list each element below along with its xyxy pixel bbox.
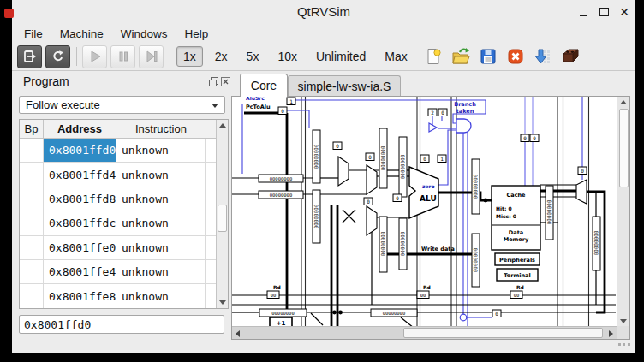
table-row[interactable]: 0x8001ffe0 unknown	[20, 236, 228, 260]
svg-text:00000000: 00000000	[546, 200, 552, 225]
reset-machine-button[interactable]	[45, 45, 70, 68]
scrollbar-corner	[617, 326, 629, 339]
titlebar[interactable]: QtRVSim ✕	[12, 0, 635, 24]
alu-label: ALU	[420, 194, 437, 203]
follow-mode-select[interactable]: Follow execute	[19, 96, 225, 114]
step-icon	[145, 50, 158, 63]
open-source-button[interactable]	[449, 45, 474, 68]
cache-miss: Miss: 0	[496, 213, 516, 219]
scrollbar-thumb[interactable]	[403, 328, 603, 338]
col-bp[interactable]: Bp	[20, 120, 44, 138]
reload-icon	[22, 49, 38, 64]
and-gate-icon	[456, 119, 471, 133]
table-row[interactable]: 0x8001ffd4 unknown	[20, 163, 228, 187]
scroll-up-icon[interactable]	[620, 100, 627, 104]
close-source-icon	[506, 47, 525, 66]
go-to-address-input[interactable]	[19, 315, 224, 334]
scroll-up-icon[interactable]	[219, 123, 226, 128]
show-cache-button[interactable]	[558, 45, 583, 68]
memory-download-icon	[534, 47, 552, 66]
svg-text:0: 0	[523, 135, 527, 141]
scrollbar-thumb[interactable]	[218, 205, 227, 232]
scroll-right-icon[interactable]	[609, 330, 613, 337]
cache-title: Cache	[506, 192, 526, 199]
menu-help[interactable]: Help	[176, 26, 218, 42]
pctoalu-label: PcToAlu	[246, 104, 271, 110]
svg-text:00000000: 00000000	[400, 155, 406, 180]
svg-text:0: 0	[367, 199, 370, 205]
pause-button[interactable]	[110, 45, 135, 68]
tab-core[interactable]: Core	[240, 74, 288, 97]
core-vertical-scrollbar[interactable]	[617, 97, 629, 327]
svg-text:0: 0	[423, 156, 426, 162]
cell-address-selected[interactable]: 0x8001ffd0	[44, 139, 116, 162]
svg-text:0: 0	[495, 311, 498, 317]
tab-source-file[interactable]: simple-lw-sw-ia.S	[288, 75, 401, 97]
reload-machine-button[interactable]	[17, 45, 42, 68]
run-button[interactable]	[82, 45, 107, 68]
save-source-button[interactable]	[476, 45, 501, 68]
svg-text:00000000: 00000000	[383, 311, 406, 316]
close-source-button[interactable]	[504, 45, 528, 68]
speed-unlimited-button[interactable]: Unlimited	[309, 46, 373, 67]
table-row[interactable]: 0x8001ffd8 unknown	[20, 187, 228, 211]
menu-file[interactable]: File	[15, 26, 51, 42]
scroll-down-icon[interactable]	[219, 300, 226, 305]
table-row[interactable]: 0x8001ffe8 unknown	[20, 284, 228, 308]
menu-machine[interactable]: Machine	[51, 26, 112, 42]
alu-zero-flag: zero	[422, 183, 435, 189]
save-icon	[479, 47, 498, 66]
svg-text:Rd: Rd	[273, 284, 281, 290]
dock-close-button[interactable]	[220, 75, 231, 86]
dock-float-button[interactable]	[208, 75, 219, 86]
col-address[interactable]: Address	[44, 120, 116, 138]
program-table[interactable]: Bp Address Instruction 0x8001ffd0 unknow…	[19, 119, 229, 309]
new-file-icon	[424, 47, 443, 66]
svg-text:00000000: 00000000	[473, 248, 479, 273]
scroll-down-icon[interactable]	[620, 319, 627, 323]
speed-5x-button[interactable]: 5x	[240, 46, 266, 67]
open-folder-icon	[451, 47, 470, 66]
minimize-button[interactable]	[576, 5, 590, 19]
speed-max-button[interactable]: Max	[378, 46, 414, 67]
svg-text:0: 0	[533, 135, 536, 141]
svg-text:0: 0	[581, 168, 584, 174]
core-diagram[interactable]: 00000000 00000000 00000000 00000000	[232, 97, 616, 328]
svg-text:0: 0	[396, 195, 399, 201]
svg-text:Peripherals: Peripherals	[499, 257, 535, 264]
window-title: QtRVSim	[12, 4, 635, 19]
svg-text:0: 0	[368, 154, 372, 160]
close-button[interactable]: ✕	[617, 5, 631, 19]
window-resize-grip[interactable]	[618, 343, 630, 346]
col-instruction[interactable]: Instruction	[116, 120, 206, 138]
speed-2x-button[interactable]: 2x	[208, 46, 235, 67]
show-memory-button[interactable]	[531, 45, 556, 68]
maximize-button[interactable]	[597, 5, 611, 19]
program-table-scrollbar[interactable]	[216, 120, 228, 308]
step-button[interactable]	[139, 45, 164, 68]
core-horizontal-scrollbar[interactable]	[232, 326, 617, 339]
new-source-button[interactable]	[421, 45, 446, 68]
table-row[interactable]: 0x8001ffe4 unknown	[20, 260, 228, 284]
svg-text:Memory: Memory	[504, 236, 529, 243]
speed-10x-button[interactable]: 10x	[271, 46, 304, 67]
toolbar: 1x 2x 5x 10x Unlimited Max	[12, 43, 635, 71]
svg-text:Branch: Branch	[454, 101, 476, 108]
svg-text:00: 00	[271, 293, 277, 298]
scroll-left-icon[interactable]	[236, 330, 240, 337]
screen: QtRVSim ✕ File Machine Windows Help	[0, 0, 644, 362]
svg-text:00000000: 00000000	[473, 175, 479, 199]
table-row[interactable]: 0x8001ffd0 unknown	[20, 139, 228, 163]
svg-text:00: 00	[514, 293, 520, 298]
speed-1x-button[interactable]: 1x	[176, 46, 203, 67]
svg-text:00000000: 00000000	[380, 232, 386, 257]
write-data-label: Write data	[421, 246, 455, 252]
svg-text:Rd: Rd	[516, 284, 524, 290]
scrollbar-thumb[interactable]	[619, 109, 629, 187]
table-row[interactable]: 0x8001ffdc unknown	[20, 211, 228, 235]
svg-text:00000000: 00000000	[593, 231, 599, 256]
core-panel: 00000000 00000000 00000000 00000000	[231, 96, 630, 340]
menu-windows[interactable]: Windows	[112, 26, 176, 42]
table-header[interactable]: Bp Address Instruction	[20, 120, 228, 139]
svg-text:00000000: 00000000	[271, 311, 295, 316]
